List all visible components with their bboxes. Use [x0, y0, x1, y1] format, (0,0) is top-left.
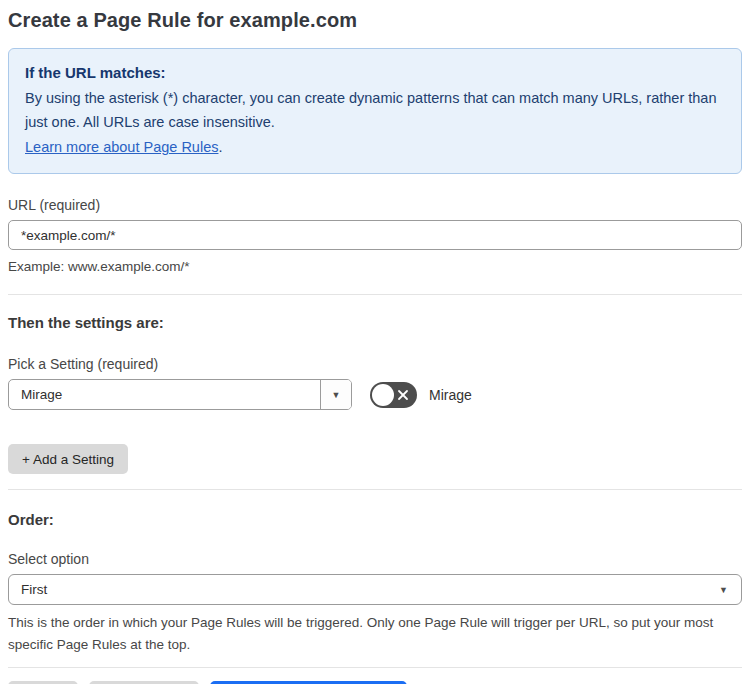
divider: [8, 294, 742, 295]
setting-select-button[interactable]: ▼: [320, 380, 351, 409]
info-box-link-line: Learn more about Page Rules.: [25, 135, 725, 159]
info-box-heading: If the URL matches:: [25, 62, 725, 84]
url-field-label: URL (required): [8, 196, 742, 214]
divider: [8, 489, 742, 490]
link-suffix: .: [218, 139, 222, 155]
order-select-value: First: [9, 582, 719, 597]
setting-select[interactable]: Mirage ▼: [8, 379, 352, 410]
divider: [8, 667, 742, 668]
mirage-toggle[interactable]: [370, 382, 417, 408]
caret-down-icon: ▼: [719, 585, 741, 595]
url-input[interactable]: [8, 220, 742, 250]
caret-down-icon: ▼: [332, 390, 341, 400]
settings-section-heading: Then the settings are:: [8, 313, 742, 333]
setting-row: Mirage ▼ Mirage: [8, 379, 742, 410]
toggle-label: Mirage: [429, 387, 472, 403]
add-setting-button[interactable]: + Add a Setting: [8, 444, 128, 474]
order-select-label: Select option: [8, 550, 742, 568]
order-select[interactable]: First ▼: [8, 574, 742, 605]
close-icon: [396, 388, 410, 402]
setting-picker-label: Pick a Setting (required): [8, 355, 742, 373]
order-section-heading: Order:: [8, 510, 742, 530]
url-helper-text: Example: www.example.com/*: [8, 256, 742, 278]
page-rule-form: Create a Page Rule for example.com If th…: [0, 0, 750, 684]
learn-more-link[interactable]: Learn more about Page Rules: [25, 139, 218, 155]
order-helper-text: This is the order in which your Page Rul…: [8, 612, 728, 656]
toggle-knob: [372, 384, 394, 406]
info-box-body: By using the asterisk (*) character, you…: [25, 86, 725, 134]
setting-select-value: Mirage: [9, 380, 320, 409]
page-title: Create a Page Rule for example.com: [8, 6, 742, 34]
url-match-info-box: If the URL matches: By using the asteris…: [8, 48, 742, 174]
